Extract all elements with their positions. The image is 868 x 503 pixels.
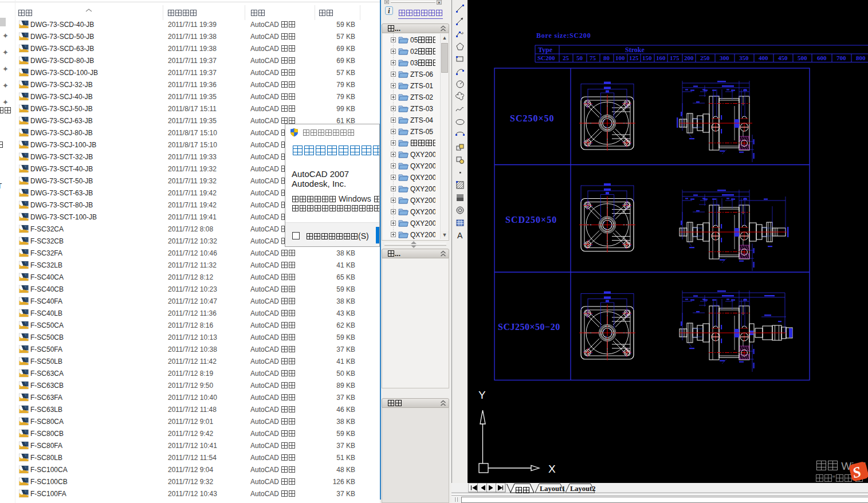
svg-text:175: 175 bbox=[670, 54, 680, 61]
svg-text:500: 500 bbox=[798, 54, 807, 61]
svg-text:300: 300 bbox=[720, 54, 729, 61]
svg-text:Type: Type bbox=[538, 46, 553, 54]
svg-text:50: 50 bbox=[576, 54, 583, 61]
svg-text:80: 80 bbox=[603, 54, 610, 61]
svg-text:200: 200 bbox=[684, 54, 694, 61]
svg-text:SC250×50: SC250×50 bbox=[510, 113, 555, 123]
svg-text:800: 800 bbox=[856, 54, 866, 61]
svg-text:125: 125 bbox=[629, 54, 639, 61]
svg-text:400: 400 bbox=[759, 54, 768, 61]
svg-text:A: A bbox=[457, 231, 463, 240]
svg-text:160: 160 bbox=[656, 54, 666, 61]
svg-text:SCJ250×50−20: SCJ250×50−20 bbox=[498, 322, 560, 332]
svg-text:250: 250 bbox=[700, 54, 710, 61]
svg-text:350: 350 bbox=[739, 54, 749, 61]
svg-text:25: 25 bbox=[563, 54, 569, 61]
svg-text:Bore size:SC200: Bore size:SC200 bbox=[536, 32, 591, 40]
svg-text:Stroke: Stroke bbox=[625, 46, 645, 54]
svg-text:X: X bbox=[548, 463, 556, 475]
svg-text:SC200: SC200 bbox=[537, 54, 555, 61]
svg-text:700: 700 bbox=[836, 54, 846, 61]
svg-text:450: 450 bbox=[778, 54, 788, 61]
svg-text:600: 600 bbox=[817, 54, 827, 61]
svg-text:Y: Y bbox=[478, 389, 486, 401]
svg-text:100: 100 bbox=[615, 54, 625, 61]
svg-text:75: 75 bbox=[590, 54, 596, 61]
svg-text:150: 150 bbox=[642, 54, 652, 61]
svg-text:SCD250×50: SCD250×50 bbox=[505, 215, 557, 225]
